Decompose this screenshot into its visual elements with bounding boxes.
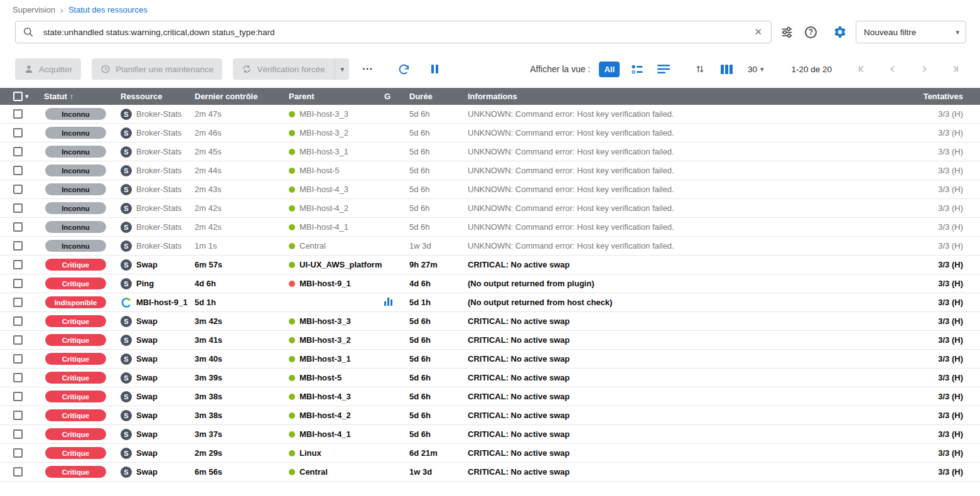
- last-page-button[interactable]: [945, 62, 966, 76]
- parent-name[interactable]: MBI-host-3_2: [299, 128, 348, 137]
- resource-name[interactable]: Swap: [136, 467, 158, 477]
- resource-name[interactable]: Swap: [136, 260, 158, 269]
- row-checkbox[interactable]: [13, 166, 23, 175]
- column-header-last-check[interactable]: Dernier contrôle: [195, 92, 289, 101]
- parent-name[interactable]: MBI-host-3_3: [299, 109, 348, 119]
- table-row[interactable]: Inconnu S Broker-Stats 2m 42s MBI-host-4…: [0, 218, 980, 237]
- resource-name[interactable]: Broker-Stats: [136, 128, 181, 137]
- row-checkbox[interactable]: [13, 354, 23, 364]
- table-row[interactable]: Critique S Swap 3m 40s MBI-host-3_1 5d 6…: [0, 350, 980, 369]
- table-row[interactable]: Inconnu S Broker-Stats 2m 44s MBI-host-5…: [0, 161, 980, 180]
- pause-refresh-button[interactable]: [429, 62, 441, 76]
- resource-name[interactable]: Broker-Stats: [136, 147, 181, 156]
- parent-name[interactable]: MBI-host-4_1: [299, 429, 351, 439]
- resource-name[interactable]: MBI-host-9_1: [136, 298, 188, 307]
- parent-name[interactable]: Linux: [299, 448, 321, 458]
- parent-name[interactable]: MBI-host-3_1: [299, 354, 351, 364]
- refresh-button[interactable]: [395, 60, 413, 78]
- table-row[interactable]: Critique S Swap 3m 38s MBI-host-4_3 5d 6…: [0, 387, 980, 406]
- table-row[interactable]: Inconnu S Broker-Stats 2m 47s MBI-host-3…: [0, 105, 980, 124]
- resource-name[interactable]: Swap: [136, 392, 158, 401]
- parent-name[interactable]: MBI-host-5: [299, 166, 340, 175]
- row-checkbox[interactable]: [13, 411, 23, 420]
- parent-name[interactable]: MBI-host-3_3: [299, 316, 351, 326]
- resource-name[interactable]: Swap: [136, 429, 158, 439]
- table-row[interactable]: Indisponible S MBI-host-9_1 5d 1h 5d 1h …: [0, 293, 980, 312]
- resource-name[interactable]: Broker-Stats: [136, 203, 181, 213]
- search-help-button[interactable]: ?: [802, 24, 819, 41]
- table-row[interactable]: Critique S Swap 3m 38s MBI-host-4_2 5d 6…: [0, 406, 980, 425]
- table-row[interactable]: Critique S Swap 3m 39s MBI-host-5 5d 6h …: [0, 369, 980, 387]
- forced-check-button[interactable]: Vérification forcée ▾: [233, 58, 349, 80]
- resource-name[interactable]: Broker-Stats: [136, 109, 181, 119]
- more-actions-button[interactable]: ...: [360, 60, 375, 78]
- list-view-button[interactable]: [655, 62, 672, 77]
- rows-per-page-select[interactable]: 30 ▾: [748, 65, 764, 74]
- resource-name[interactable]: Broker-Stats: [136, 185, 181, 194]
- forced-check-dropdown[interactable]: ▾: [335, 58, 349, 80]
- chevron-down-icon[interactable]: ▾: [25, 92, 29, 100]
- breadcrumb-supervision[interactable]: Supervision: [13, 5, 55, 14]
- parent-name[interactable]: MBI-host-5: [299, 373, 342, 382]
- column-header-parent[interactable]: Parent: [289, 92, 384, 101]
- saved-filter-select[interactable]: Nouveau filtre ▾: [856, 21, 966, 43]
- edit-columns-button[interactable]: [718, 62, 735, 77]
- select-all-header[interactable]: ▾: [0, 92, 44, 101]
- row-checkbox[interactable]: [13, 147, 23, 156]
- resource-name[interactable]: Swap: [136, 373, 158, 382]
- clear-search-button[interactable]: ✕: [751, 24, 765, 40]
- parent-name[interactable]: Central: [299, 467, 328, 477]
- view-all-button[interactable]: All: [599, 62, 620, 77]
- table-row[interactable]: Inconnu S Broker-Stats 2m 46s MBI-host-3…: [0, 124, 980, 143]
- resource-name[interactable]: Broker-Stats: [136, 222, 181, 232]
- row-checkbox[interactable]: [13, 298, 23, 307]
- table-row[interactable]: Critique S Swap 3m 37s MBI-host-4_1 5d 6…: [0, 425, 980, 444]
- parent-name[interactable]: MBI-host-4_3: [299, 392, 351, 401]
- acknowledge-button[interactable]: Acquitter: [15, 58, 81, 80]
- table-row[interactable]: Inconnu S Broker-Stats 2m 42s MBI-host-4…: [0, 199, 980, 218]
- row-checkbox[interactable]: [13, 185, 23, 194]
- row-checkbox[interactable]: [13, 109, 23, 119]
- table-row[interactable]: Inconnu S Broker-Stats 2m 45s MBI-host-3…: [0, 143, 980, 161]
- row-checkbox[interactable]: [13, 260, 23, 269]
- search-bar[interactable]: ✕: [15, 21, 772, 43]
- resource-name[interactable]: Swap: [136, 411, 158, 420]
- resource-name[interactable]: Broker-Stats: [136, 166, 181, 175]
- parent-name[interactable]: Central: [299, 241, 326, 251]
- resource-name[interactable]: Swap: [136, 448, 158, 458]
- sort-button[interactable]: [692, 61, 708, 77]
- row-checkbox[interactable]: [13, 203, 23, 213]
- parent-name[interactable]: MBI-host-3_1: [299, 147, 348, 156]
- column-header-information[interactable]: Informations: [468, 92, 911, 101]
- table-row[interactable]: Inconnu S Broker-Stats 2m 43s MBI-host-4…: [0, 180, 980, 199]
- resource-name[interactable]: Ping: [136, 279, 154, 288]
- row-checkbox[interactable]: [13, 222, 23, 232]
- parent-name[interactable]: MBI-host-4_2: [299, 203, 348, 213]
- row-checkbox[interactable]: [13, 467, 23, 477]
- parent-name[interactable]: MBI-host-4_3: [299, 185, 348, 194]
- row-checkbox[interactable]: [13, 279, 23, 288]
- column-header-graph[interactable]: G: [384, 92, 409, 101]
- resource-name[interactable]: Swap: [136, 335, 158, 345]
- set-downtime-button[interactable]: Planifier une maintenance: [92, 58, 222, 80]
- row-checkbox[interactable]: [13, 241, 23, 251]
- search-input[interactable]: [43, 28, 751, 37]
- search-options-button[interactable]: [778, 23, 796, 41]
- row-checkbox[interactable]: [13, 335, 23, 345]
- table-row[interactable]: Critique S Swap 3m 41s MBI-host-3_2 5d 6…: [0, 331, 980, 350]
- column-header-status[interactable]: Statut ↑: [44, 92, 121, 101]
- parent-name[interactable]: MBI-host-4_2: [299, 411, 351, 420]
- row-checkbox[interactable]: [13, 316, 23, 326]
- table-row[interactable]: Critique S Swap 3m 42s MBI-host-3_3 5d 6…: [0, 312, 980, 331]
- graph-icon[interactable]: [384, 297, 392, 306]
- select-all-checkbox[interactable]: [13, 92, 23, 101]
- table-row[interactable]: Critique S Ping 4d 6h MBI-host-9_1 4d 6h…: [0, 274, 980, 293]
- column-header-tries[interactable]: Tentatives: [911, 92, 980, 101]
- table-row[interactable]: Critique S Swap 2m 29s Linux 6d 21m CRIT…: [0, 444, 980, 463]
- tree-view-button[interactable]: [628, 62, 646, 77]
- resource-name[interactable]: Broker-Stats: [136, 241, 181, 251]
- table-row[interactable]: Critique S Swap 6m 56s Central 1w 3d CRI…: [0, 463, 980, 482]
- breadcrumb-resource-status[interactable]: Statut des ressources: [68, 5, 148, 14]
- row-checkbox[interactable]: [13, 392, 23, 401]
- row-checkbox[interactable]: [13, 128, 23, 137]
